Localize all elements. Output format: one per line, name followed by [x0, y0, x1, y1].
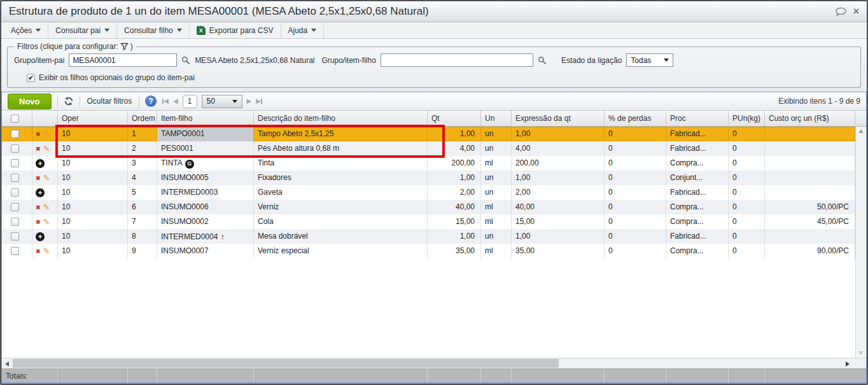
filters-legend[interactable]: Filtros (clique para configurar: ) [14, 42, 136, 51]
cell-oper[interactable]: 10 [58, 200, 128, 214]
column-header-un[interactable]: Un [481, 111, 512, 126]
delete-icon[interactable]: ✖ [36, 219, 41, 225]
child-item-input[interactable] [381, 53, 533, 67]
column-header-oper[interactable]: Oper [58, 111, 128, 126]
cell-oper[interactable]: 10 [58, 171, 128, 185]
delete-icon[interactable]: ✖ [36, 131, 41, 137]
row-checkbox[interactable] [11, 174, 19, 182]
cell-expr[interactable]: 35,00 [512, 244, 605, 258]
cell-un[interactable]: ml [481, 200, 512, 214]
table-row[interactable]: ✖✎102PES0001Pés Abeto altura 0,68 m4,00u… [2, 141, 855, 156]
cell-oper[interactable]: 10 [58, 141, 128, 156]
cell-qt[interactable]: 4,00 [428, 141, 481, 156]
cell-desc[interactable]: Tampo Abeto 2,5x1,25 [254, 127, 428, 141]
comment-icon[interactable] [835, 7, 847, 17]
next-page-button[interactable]: ▶ [247, 98, 252, 104]
column-header-expr[interactable]: Expressão da qt [512, 111, 605, 126]
refresh-icon[interactable] [64, 96, 74, 106]
cell-ordem[interactable]: 2 [128, 141, 157, 156]
row-checkbox[interactable] [11, 130, 19, 138]
search-icon[interactable] [538, 56, 547, 65]
cell-pun[interactable]: 0 [729, 171, 765, 185]
column-header-ordem[interactable]: Ordem [128, 111, 157, 126]
cell-desc[interactable]: Mesa dobrável [254, 229, 428, 244]
table-row[interactable]: ✖✎101TAMPO0001Tampo Abeto 2,5x1,251,00un… [2, 127, 855, 141]
cell-desc[interactable]: Gaveta [254, 185, 428, 200]
cell-perdas[interactable]: 0 [605, 127, 666, 141]
table-row[interactable]: +105INTERMED0003Gaveta2,00un2,000Fabrica… [2, 185, 855, 200]
cell-expr[interactable]: 1,00 [512, 229, 605, 244]
cell-custo[interactable]: 90,00/PC [765, 244, 855, 258]
edit-pencil-icon[interactable]: ✎ [43, 203, 50, 211]
cell-ordem[interactable]: 6 [128, 200, 157, 214]
page-number-input[interactable]: 1 [183, 95, 197, 108]
cell-proc[interactable]: Compra... [666, 244, 729, 258]
cell-ordem[interactable]: 3 [128, 156, 157, 171]
edit-pencil-icon[interactable]: ✎ [43, 247, 50, 255]
horizontal-scrollbar[interactable] [2, 358, 866, 368]
table-row[interactable]: ✖✎104INSUMO0005Fixadores1,00un1,000Conju… [2, 171, 855, 185]
cell-desc[interactable]: Verniz [254, 200, 428, 214]
cell-desc[interactable]: Pés Abeto altura 0,68 m [254, 141, 428, 156]
cell-custo[interactable] [765, 229, 855, 244]
expand-plus-icon[interactable]: + [36, 188, 45, 197]
cell-item[interactable]: INSUMO0005 [157, 171, 254, 185]
cell-pun[interactable]: 0 [729, 229, 765, 244]
last-page-button[interactable]: ▶ [256, 98, 262, 104]
delete-icon[interactable]: ✖ [36, 146, 41, 152]
cell-un[interactable]: un [481, 141, 512, 156]
row-checkbox[interactable] [11, 144, 19, 153]
cell-item[interactable]: INTERMED0003 [157, 185, 254, 200]
cell-un[interactable]: un [481, 229, 512, 244]
cell-desc[interactable]: Cola [254, 214, 428, 229]
table-row[interactable]: ✖✎107INSUMO0002Cola15,00ml15,000Compra..… [2, 214, 855, 229]
cell-qt[interactable]: 200,00 [428, 156, 481, 171]
cell-proc[interactable]: Fabricad... [666, 127, 729, 141]
cell-oper[interactable]: 10 [58, 156, 128, 171]
cell-desc[interactable]: Fixadores [254, 171, 428, 185]
table-row[interactable]: +108INTERMED0004↑Mesa dobrável1,00un1,00… [2, 229, 855, 244]
cell-perdas[interactable]: 0 [605, 141, 666, 156]
cell-item[interactable]: INSUMO0006 [157, 200, 254, 214]
cell-qt[interactable]: 15,00 [428, 214, 481, 229]
cell-custo[interactable] [765, 171, 855, 185]
row-checkbox[interactable] [11, 203, 19, 211]
cell-ordem[interactable]: 7 [128, 214, 157, 229]
cell-ordem[interactable]: 8 [128, 229, 157, 244]
cell-un[interactable]: ml [481, 214, 512, 229]
expand-plus-icon[interactable]: + [36, 159, 45, 168]
cell-pun[interactable]: 0 [729, 185, 765, 200]
show-optional-children-checkbox[interactable]: ✔ [27, 74, 35, 82]
select-all-checkbox[interactable] [11, 115, 19, 123]
row-checkbox[interactable] [11, 159, 19, 167]
delete-icon[interactable]: ✖ [36, 204, 41, 211]
cell-proc[interactable]: Compra... [666, 156, 729, 171]
scroll-up-icon[interactable] [858, 129, 864, 133]
help-icon[interactable]: ? [145, 95, 157, 107]
cell-qt[interactable]: 1,00 [428, 171, 481, 185]
cell-item[interactable]: INSUMO0007 [157, 244, 254, 258]
table-row[interactable]: ✖✎106INSUMO0006Verniz40,00ml40,000Compra… [2, 200, 855, 214]
cell-perdas[interactable]: 0 [605, 171, 666, 185]
row-checkbox[interactable] [11, 232, 19, 241]
cell-qt[interactable]: 40,00 [428, 200, 481, 214]
horizontal-scroll-thumb[interactable] [13, 359, 559, 368]
first-page-button[interactable]: ◀ [162, 98, 169, 104]
cell-expr[interactable]: 2,00 [512, 185, 605, 200]
delete-icon[interactable]: ✖ [36, 175, 41, 181]
cell-custo[interactable] [765, 156, 855, 171]
cell-item[interactable]: INSUMO0002 [157, 214, 254, 229]
cell-pun[interactable]: 0 [729, 127, 765, 141]
cell-oper[interactable]: 10 [58, 185, 128, 200]
cell-item[interactable]: TINTAG [157, 156, 254, 171]
delete-icon[interactable]: ✖ [36, 248, 41, 255]
cell-pun[interactable]: 0 [729, 214, 765, 229]
cell-un[interactable]: ml [481, 156, 512, 171]
search-icon[interactable] [181, 56, 190, 65]
scroll-left-icon[interactable] [5, 361, 9, 367]
column-header-perdas[interactable]: % de perdas [605, 111, 666, 126]
column-header-desc[interactable]: Descrição do item-filho [254, 111, 428, 126]
cell-ordem[interactable]: 1 [128, 127, 157, 141]
row-checkbox[interactable] [11, 188, 19, 197]
cell-expr[interactable]: 1,00 [512, 127, 605, 141]
